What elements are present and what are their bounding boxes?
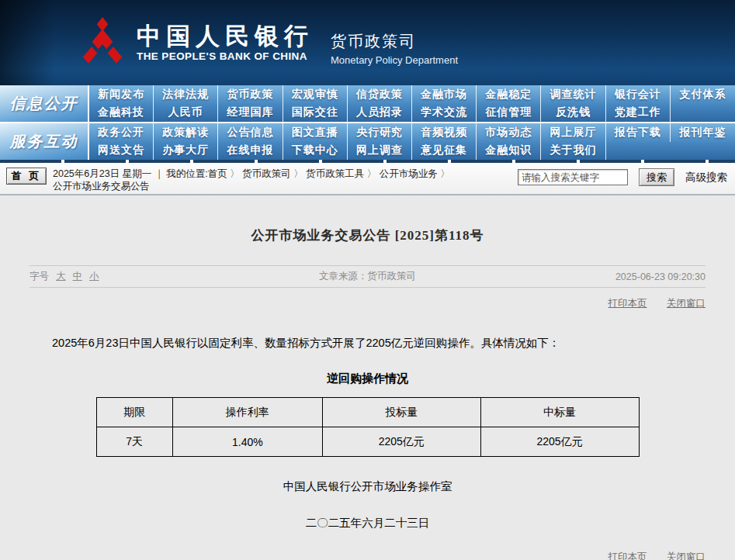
bank-name-cn: 中国人民银行 xyxy=(137,23,314,50)
breadcrumb-location-home[interactable]: 我的位置:首页 xyxy=(166,168,227,179)
nav-item[interactable]: 学术交流 xyxy=(412,104,477,123)
nav-item[interactable]: 图文直播 xyxy=(283,123,348,142)
nav-item[interactable]: 金融市场 xyxy=(412,85,477,104)
breadcrumb-date: 2025年6月23日 星期一 xyxy=(53,168,151,179)
breadcrumb-crumb[interactable]: 货币政策工具 xyxy=(306,168,364,179)
signoff-office: 中国人民银行公开市场业务操作室 xyxy=(29,479,706,494)
breadcrumb-separator: 〉 xyxy=(227,168,242,179)
article-timestamp: 2025-06-23 09:20:30 xyxy=(494,271,706,282)
breadcrumb-crumb[interactable]: 公开市场业务交易公告 xyxy=(53,181,150,192)
fontsize-label: 字号 xyxy=(29,270,49,283)
table-cell: 2205亿元 xyxy=(322,427,480,457)
department-title-cn: 货币政策司 xyxy=(331,31,458,52)
page: 中国人民银行 THE PEOPLE'S BANK OF CHINA 货币政策司 … xyxy=(0,0,735,560)
nav-item[interactable]: 新闻发布 xyxy=(89,85,154,104)
nav-item[interactable]: 关于我们 xyxy=(541,142,605,161)
source-value: 货币政策司 xyxy=(368,271,417,282)
fontsize-controls: 字号 大 中 小 xyxy=(29,270,241,283)
nav-item[interactable]: 网上调查 xyxy=(348,142,412,161)
nav-item[interactable]: 央行研究 xyxy=(348,123,412,142)
nav-item[interactable]: 法律法规 xyxy=(154,85,218,104)
nav-item[interactable]: 政策解读 xyxy=(154,123,218,142)
operations-table: 期限操作利率投标量中标量 7天1.40%2205亿元2205亿元 xyxy=(96,397,640,457)
search-group: 搜索 高级搜索 xyxy=(518,168,727,186)
nav-item[interactable]: 网上展厅 xyxy=(541,123,605,142)
nav-item[interactable]: 银行会计 xyxy=(606,85,671,104)
table-header-cell: 期限 xyxy=(96,398,172,427)
nav-item[interactable]: 征信管理 xyxy=(477,104,541,123)
nav-item[interactable]: 市场动态 xyxy=(477,123,541,142)
breadcrumb-crumb[interactable]: 货币政策司 xyxy=(242,168,291,179)
table-row: 7天1.40%2205亿元2205亿元 xyxy=(96,427,639,457)
breadcrumb-bar: 首 页 2025年6月23日 星期一 ｜ 我的位置:首页 〉 货币政策司 〉 货… xyxy=(0,163,735,195)
nav-item[interactable]: 网送文告 xyxy=(89,142,154,161)
nav-section-service: 服务互动 政务公开政策解读公告信息图文直播央行研究音频视频市场动态网上展厅报告下… xyxy=(0,123,735,160)
nav-item[interactable]: 意见征集 xyxy=(412,142,477,161)
close-window-link[interactable]: 关闭窗口 xyxy=(667,298,706,309)
nav-menu-service: 政务公开政策解读公告信息图文直播央行研究音频视频市场动态网上展厅报告下载报刊年鉴… xyxy=(89,123,735,160)
nav-item[interactable]: 音频视频 xyxy=(412,123,477,142)
fontsize-small-link[interactable]: 小 xyxy=(89,270,99,283)
print-page-link[interactable]: 打印本页 xyxy=(608,551,647,560)
table-header-cell: 中标量 xyxy=(480,398,639,427)
bank-name-en: THE PEOPLE'S BANK OF CHINA xyxy=(137,50,314,62)
nav-item[interactable]: 金融稳定 xyxy=(477,85,541,104)
nav-row: 新闻发布法律法规货币政策宏观审慎信贷政策金融市场金融稳定调查统计银行会计支付体系 xyxy=(89,85,735,104)
logo-group: 中国人民银行 THE PEOPLE'S BANK OF CHINA xyxy=(81,17,314,68)
breadcrumb-separator: 〉 xyxy=(291,168,306,179)
nav-item[interactable]: 支付体系 xyxy=(671,85,735,104)
nav-label-info[interactable]: 信息公开 xyxy=(0,85,89,122)
breadcrumb-crumb[interactable]: 公开市场业务 xyxy=(380,168,438,179)
breadcrumb: 2025年6月23日 星期一 ｜ 我的位置:首页 〉 货币政策司 〉 货币政策工… xyxy=(53,168,450,192)
nav-item[interactable]: 报刊年鉴 xyxy=(671,123,735,142)
nav-item[interactable]: 货币政策 xyxy=(218,85,283,104)
nav-item[interactable]: 宏观审慎 xyxy=(283,85,348,104)
nav-item[interactable]: 反洗钱 xyxy=(541,104,605,123)
close-window-link[interactable]: 关闭窗口 xyxy=(667,551,706,560)
nav-item[interactable]: 信贷政策 xyxy=(348,85,412,104)
nav-item[interactable]: 经理国库 xyxy=(218,104,283,123)
nav-item[interactable]: 金融知识 xyxy=(477,142,541,161)
nav-item[interactable]: 人员招录 xyxy=(348,104,412,123)
breadcrumb-separator: 〉 xyxy=(438,168,450,179)
article-title: 公开市场业务交易公告 [2025]第118号 xyxy=(29,195,706,244)
article-content: 公开市场业务交易公告 [2025]第118号 字号 大 中 小 文章来源：货币政… xyxy=(0,195,735,560)
nav-item[interactable]: 国际交往 xyxy=(283,104,348,123)
fontsize-medium-link[interactable]: 中 xyxy=(73,270,83,283)
search-input[interactable] xyxy=(518,169,628,185)
nav-item[interactable]: 公告信息 xyxy=(218,123,283,142)
pboc-logo-icon xyxy=(81,17,124,68)
main-nav: 信息公开 新闻发布法律法规货币政策宏观审慎信贷政策金融市场金融稳定调查统计银行会… xyxy=(0,85,735,163)
print-page-link[interactable]: 打印本页 xyxy=(608,298,647,309)
advanced-search-link[interactable]: 高级搜索 xyxy=(685,171,727,185)
search-button[interactable]: 搜索 xyxy=(639,168,674,186)
nav-section-info: 信息公开 新闻发布法律法规货币政策宏观审慎信贷政策金融市场金融稳定调查统计银行会… xyxy=(0,85,735,122)
signoff-date: 二〇二五年六月二十三日 xyxy=(29,516,706,531)
nav-item[interactable]: 党建工作 xyxy=(606,104,671,123)
bank-name: 中国人民银行 THE PEOPLE'S BANK OF CHINA xyxy=(137,23,314,62)
nav-item[interactable]: 下载中心 xyxy=(283,142,348,161)
department-title-en: Monetary Policy Department xyxy=(331,54,458,66)
nav-item[interactable]: 办事大厅 xyxy=(154,142,218,161)
nav-item[interactable]: 报告下载 xyxy=(606,123,671,142)
nav-item[interactable]: 政务公开 xyxy=(89,123,154,142)
article-source: 文章来源：货币政策司 xyxy=(241,270,494,283)
nav-label-service[interactable]: 服务互动 xyxy=(0,123,89,160)
home-button[interactable]: 首 页 xyxy=(6,168,47,185)
nav-item[interactable]: 金融科技 xyxy=(89,104,154,123)
table-header-row: 期限操作利率投标量中标量 xyxy=(96,398,639,427)
table-cell: 7天 xyxy=(96,427,172,457)
nav-item[interactable]: 人民币 xyxy=(154,104,218,123)
article-meta: 字号 大 中 小 文章来源：货币政策司 2025-06-23 09:20:30 xyxy=(29,265,706,288)
nav-item[interactable]: 调查统计 xyxy=(541,85,605,104)
article-body: 2025年6月23日中国人民银行以固定利率、数量招标方式开展了2205亿元逆回购… xyxy=(29,334,706,351)
nav-item-empty xyxy=(671,142,735,161)
nav-item-empty xyxy=(606,142,671,161)
source-label: 文章来源： xyxy=(319,271,368,282)
nav-item-empty xyxy=(671,104,735,123)
breadcrumb-separator: 〉 xyxy=(364,168,379,179)
fontsize-large-link[interactable]: 大 xyxy=(56,270,66,283)
nav-item[interactable]: 在线申报 xyxy=(218,142,283,161)
site-header: 中国人民银行 THE PEOPLE'S BANK OF CHINA 货币政策司 … xyxy=(0,0,735,85)
table-header-cell: 投标量 xyxy=(322,398,480,427)
